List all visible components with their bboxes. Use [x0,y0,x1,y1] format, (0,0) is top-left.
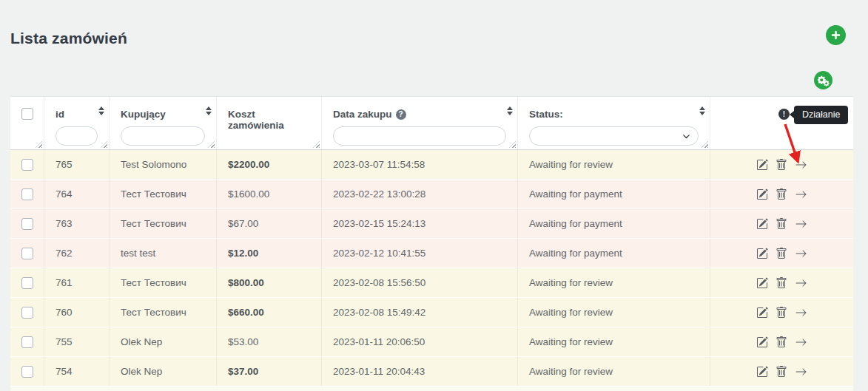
edit-icon[interactable] [756,366,768,378]
cell-status: Awaiting for review [518,298,710,327]
trash-icon[interactable] [776,218,787,230]
table-settings-button[interactable] [814,71,832,89]
trash-icon[interactable] [776,336,787,348]
date-filter-input[interactable] [333,126,506,146]
cell-date: 2023-03-07 11:54:58 [322,150,518,179]
column-label-cost: Koszt zamówienia [228,109,310,131]
edit-icon[interactable] [756,188,768,200]
cell-status: Awaiting for review [518,268,710,297]
status-filter-select[interactable] [529,126,699,146]
cell-id: 755 [44,327,110,356]
edit-icon[interactable] [756,307,768,319]
cell-date: 2023-02-22 13:00:28 [322,180,518,208]
sort-icon[interactable] [98,106,104,115]
column-resize-handle[interactable] [208,141,215,148]
edit-icon[interactable] [756,336,768,348]
trash-icon[interactable] [776,248,787,259]
arrow-right-icon[interactable] [795,248,807,259]
orders-table: id Kupujący Koszt zamówienia Data zakupu… [10,96,853,391]
arrow-right-icon[interactable] [795,277,807,289]
table-row: 763 Тест Тестович $67.00 2023-02-15 15:2… [10,209,853,239]
sort-icon[interactable] [507,106,513,115]
header-cell-actions: ! Działanie [710,97,853,149]
header-cell-buyer: Kupujący [110,97,217,149]
buyer-filter-input[interactable] [121,126,205,146]
header-cell-status: Status: [518,97,710,149]
select-all-checkbox[interactable] [21,108,33,120]
id-filter-input[interactable] [55,126,98,146]
cell-buyer: Olek Nep [110,327,217,356]
edit-icon[interactable] [756,159,768,171]
cell-date: 2023-02-15 15:24:13 [322,209,518,238]
trash-icon[interactable] [776,277,787,289]
cell-cost: $37.00 [217,357,322,386]
table-row: 761 Тест Тестович $800.00 2023-02-08 15:… [10,268,853,298]
arrow-right-icon[interactable] [795,366,807,378]
cell-id: 765 [44,150,110,179]
arrow-right-icon[interactable] [795,218,807,230]
row-checkbox[interactable] [21,307,33,319]
row-checkbox[interactable] [21,277,33,289]
trash-icon[interactable] [776,188,787,200]
trash-icon[interactable] [776,307,787,319]
sort-icon[interactable] [699,106,705,115]
plus-icon [830,30,841,41]
cell-buyer: Тест Тестович [110,298,217,327]
cell-cost: $67.00 [217,209,322,238]
add-order-button[interactable] [826,25,846,45]
arrow-right-icon[interactable] [795,188,807,200]
partial-next-row [10,387,853,391]
column-resize-handle[interactable] [509,141,516,148]
table-row: 754 Olek Nep $37.00 2023-01-11 20:04:43 … [10,357,853,387]
table-body: 765 Test Solomono $2200.00 2023-03-07 11… [10,150,853,387]
cell-id: 754 [44,357,110,386]
cell-cost: $800.00 [217,268,322,297]
edit-icon[interactable] [756,248,768,259]
gears-icon [818,75,830,86]
cell-status: Awaiting for review [518,150,710,179]
cell-id: 763 [44,209,110,238]
row-checkbox[interactable] [21,248,33,259]
row-checkbox[interactable] [21,188,33,200]
edit-icon[interactable] [756,277,768,289]
row-checkbox[interactable] [21,159,33,171]
row-checkbox[interactable] [21,366,33,378]
cell-date: 2023-02-12 10:41:55 [322,239,518,268]
cell-buyer: test test [110,239,217,268]
cell-status: Awaiting for review [518,327,710,356]
cell-date: 2023-01-11 20:04:43 [322,357,518,386]
header-cell-checkbox [10,97,44,149]
cell-status: Awaiting for payment [518,209,710,238]
header-cell-date: Data zakupu ? [322,97,518,149]
sort-icon[interactable] [206,106,212,115]
cell-buyer: Тест Тестович [110,180,217,208]
trash-icon[interactable] [776,366,787,378]
exclamation-info-icon[interactable]: ! [778,109,790,120]
column-resize-handle[interactable] [101,141,107,148]
arrow-right-icon[interactable] [795,307,807,319]
column-label-date: Data zakupu ? [333,109,406,120]
cell-cost: $12.00 [217,239,322,268]
row-checkbox[interactable] [21,218,33,230]
arrow-right-icon[interactable] [795,159,807,171]
table-row: 765 Test Solomono $2200.00 2023-03-07 11… [10,150,853,180]
cell-id: 762 [44,239,110,268]
column-resize-handle[interactable] [313,141,320,148]
edit-icon[interactable] [756,218,768,230]
trash-icon[interactable] [776,159,787,171]
orders-page: Lista zamówień id K [0,0,868,391]
table-header: id Kupujący Koszt zamówienia Data zakupu… [10,97,853,150]
page-title: Lista zamówień [10,30,127,47]
column-resize-handle[interactable] [702,141,708,148]
cell-id: 760 [44,298,110,327]
table-row: 764 Тест Тестович $1600.00 2023-02-22 13… [10,180,853,209]
column-resize-handle[interactable] [36,141,42,148]
cell-buyer: Тест Тестович [110,209,217,238]
arrow-right-icon[interactable] [795,336,807,348]
question-mark-icon[interactable]: ? [396,109,406,120]
cell-cost: $1600.00 [217,180,322,208]
row-checkbox[interactable] [21,336,33,348]
cell-status: Awaiting for payment [518,180,710,208]
table-row: 762 test test $12.00 2023-02-12 10:41:55… [10,239,853,268]
cell-date: 2023-02-08 15:49:42 [322,298,518,327]
